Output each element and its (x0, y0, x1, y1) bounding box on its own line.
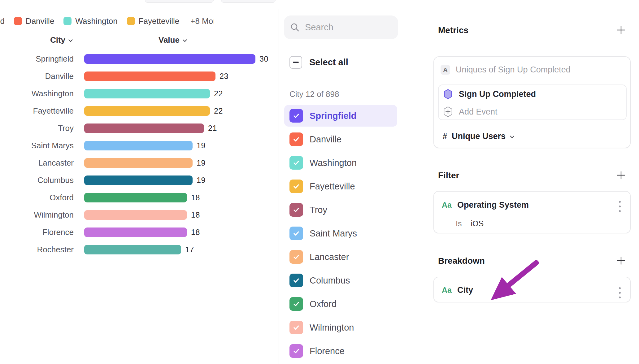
string-property-icon: Aa (442, 286, 452, 295)
chart-bar-value: 18 (191, 210, 200, 219)
metric-card: A Uniques of Sign Up Completed Sign Up C… (433, 56, 631, 148)
check-icon (292, 323, 300, 332)
event-block: Sign Up Completed Add Event (438, 84, 627, 120)
chart-bar[interactable] (84, 245, 181, 254)
selector-row[interactable]: Springfield (284, 105, 397, 127)
selector-row[interactable]: Washington (284, 152, 397, 174)
measure-label: Unique Users (452, 132, 506, 141)
event-name-label: Sign Up Completed (459, 89, 536, 99)
selector-row-label: Lancaster (310, 252, 349, 262)
column-header-city-label: City (50, 35, 65, 45)
metric-summary-label: Uniques of Sign Up Completed (456, 65, 571, 75)
metric-letter-badge: A (441, 65, 450, 75)
chart-bar[interactable] (84, 228, 187, 237)
selector-row[interactable]: Lancaster (284, 246, 397, 268)
chart-row: Troy 21 (0, 119, 279, 137)
filter-condition-row[interactable]: Is iOS (456, 219, 484, 228)
select-all-row[interactable]: Select all (289, 55, 348, 69)
checkbox-checked[interactable] (289, 227, 303, 240)
chart-bar[interactable] (84, 89, 210, 98)
selector-row-label: Troy (310, 205, 327, 215)
check-icon (292, 135, 300, 143)
chart-bar[interactable] (84, 106, 210, 116)
breakdown-bar-chart: +8 More Springfield Danville Washington (0, 0, 279, 364)
column-header-city[interactable]: City (0, 35, 74, 45)
selector-row[interactable]: Wilmington (284, 317, 397, 338)
chart-bar[interactable] (84, 176, 193, 185)
legend-item[interactable]: Danville (14, 16, 54, 26)
legend-label: Fayetteville (139, 16, 180, 26)
chart-row: Springfield 30 (0, 50, 279, 67)
check-icon (292, 229, 300, 237)
filter-value: iOS (471, 219, 484, 228)
checkbox-checked[interactable] (289, 156, 303, 170)
chart-bar[interactable] (84, 124, 204, 133)
chart-bar[interactable] (84, 193, 187, 202)
selector-row[interactable]: Fayetteville (284, 176, 397, 197)
chart-row: Danville 23 (0, 67, 279, 85)
chart-bar-value: 22 (214, 106, 223, 115)
chart-bar[interactable] (84, 141, 193, 150)
measure-dropdown[interactable]: # Unique Users (443, 131, 515, 142)
selector-row-label: Danville (310, 134, 341, 145)
chart-bar[interactable] (84, 210, 187, 220)
checkbox-checked[interactable] (289, 180, 303, 193)
legend-more-link[interactable]: +8 More (190, 16, 214, 26)
selector-row[interactable]: Troy (284, 199, 397, 221)
chart-bar-value: 30 (259, 54, 268, 63)
hash-icon: # (443, 132, 447, 141)
add-breakdown-plus-icon[interactable] (616, 255, 626, 266)
chart-bar[interactable] (84, 54, 255, 64)
chart-bar[interactable] (84, 158, 193, 168)
selector-row[interactable]: Danville (284, 128, 397, 150)
legend-item[interactable]: Springfield (0, 16, 5, 26)
selector-row[interactable]: Oxford (284, 293, 397, 315)
filter-kebab-menu-icon[interactable] (617, 199, 623, 214)
chart-bar-value: 18 (191, 228, 200, 237)
add-filter-plus-icon[interactable] (616, 170, 626, 180)
checkbox-checked[interactable] (289, 274, 303, 287)
check-icon (292, 159, 300, 167)
event-hexagon-icon (443, 89, 453, 99)
checkbox-checked[interactable] (289, 203, 303, 217)
selector-row-label: Fayetteville (310, 181, 355, 192)
breakdown-kebab-menu-icon[interactable] (617, 285, 623, 300)
chart-row: Washington 22 (0, 85, 279, 102)
checkbox-checked[interactable] (289, 344, 303, 358)
filter-property-row[interactable]: Aa Operating System (442, 199, 529, 211)
chart-bar-value: 21 (208, 124, 217, 133)
event-row[interactable]: Sign Up Completed (443, 88, 536, 100)
selector-row[interactable]: Saint Marys (284, 223, 397, 244)
legend-swatch-icon (63, 17, 72, 25)
legend-item[interactable]: Washington (63, 16, 117, 26)
filter-section-title: Filter (438, 171, 459, 180)
breakdown-property-row[interactable]: Aa City (442, 284, 473, 296)
select-all-checkbox[interactable] (289, 56, 302, 69)
chart-bar[interactable] (84, 72, 215, 81)
selector-row[interactable]: Florence (284, 340, 397, 362)
metric-summary-row[interactable]: A Uniques of Sign Up Completed (441, 65, 571, 75)
selector-row-label: Springfield (310, 111, 356, 121)
checkbox-checked[interactable] (289, 297, 303, 311)
legend-label: Washington (75, 16, 117, 26)
search-input[interactable] (305, 22, 393, 32)
add-metric-plus-icon[interactable] (616, 25, 626, 35)
breakdown-property-name: City (457, 285, 473, 295)
chart-row-city-label: Saint Marys (0, 141, 74, 150)
checkbox-checked[interactable] (289, 321, 303, 334)
selector-row[interactable]: Columbus (284, 270, 397, 291)
filter-card: Aa Operating System Is iOS (433, 191, 631, 233)
chart-row: Columbus 19 (0, 171, 279, 189)
breakdown-value-selector-panel: Select all City 12 of 898 Springfield (279, 0, 426, 364)
column-header-value[interactable]: Value (159, 35, 188, 45)
chart-row: Rochester 17 (0, 241, 279, 258)
chevron-down-icon (182, 37, 188, 44)
checkbox-checked[interactable] (289, 250, 303, 264)
chart-bar-value: 19 (197, 176, 206, 185)
checkbox-checked[interactable] (289, 109, 303, 123)
filter-operator: Is (456, 219, 462, 228)
legend-item[interactable]: Fayetteville (127, 16, 180, 26)
search-box[interactable] (284, 15, 398, 39)
add-event-row[interactable]: Add Event (443, 105, 498, 118)
checkbox-checked[interactable] (289, 132, 303, 146)
